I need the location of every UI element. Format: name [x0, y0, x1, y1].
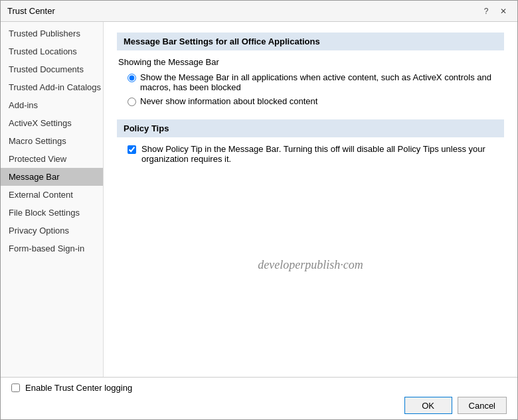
sidebar-item-trusted-locations[interactable]: Trusted Locations	[1, 42, 103, 60]
never-show-radio[interactable]	[128, 98, 136, 106]
never-show-label: Never show information about blocked con…	[140, 96, 317, 106]
help-button[interactable]: ?	[479, 4, 493, 19]
sidebar-item-macro-settings[interactable]: Macro Settings	[1, 132, 103, 150]
radio-item-never: Never show information about blocked con…	[128, 96, 504, 106]
cancel-button[interactable]: Cancel	[458, 397, 507, 414]
sidebar-item-activex-settings[interactable]: ActiveX Settings	[1, 114, 103, 132]
sidebar-item-external-content[interactable]: External Content	[1, 186, 103, 204]
dialog-title: Trust Center	[7, 6, 55, 16]
sidebar-item-trusted-publishers[interactable]: Trusted Publishers	[1, 25, 103, 42]
watermark: developerpublish·com	[117, 164, 504, 366]
sidebar-item-trusted-documents[interactable]: Trusted Documents	[1, 60, 103, 78]
footer: Enable Trust Center logging OK Cancel	[1, 377, 517, 419]
footer-buttons: OK Cancel	[11, 397, 507, 414]
policy-tip-label: Show Policy Tip in the Message Bar. Turn…	[141, 144, 504, 164]
sidebar-item-form-based-sign-in[interactable]: Form-based Sign-in	[1, 240, 103, 257]
close-button[interactable]: ✕	[496, 4, 511, 19]
showing-label: Showing the Message Bar	[117, 57, 504, 67]
logging-row: Enable Trust Center logging	[11, 383, 507, 393]
logging-label: Enable Trust Center logging	[25, 383, 132, 393]
sidebar-item-protected-view[interactable]: Protected View	[1, 150, 103, 168]
sidebar-item-file-block-settings[interactable]: File Block Settings	[1, 204, 103, 222]
policy-tips-header: Policy Tips	[117, 119, 504, 137]
trust-center-dialog: Trust Center ? ✕ Trusted PublishersTrust…	[0, 0, 518, 420]
radio-item-show: Show the Message Bar in all applications…	[128, 72, 504, 92]
sidebar-item-add-ins[interactable]: Add-ins	[1, 96, 103, 114]
policy-checkbox-item: Show Policy Tip in the Message Bar. Turn…	[117, 144, 504, 164]
logging-checkbox[interactable]	[11, 384, 20, 392]
show-message-bar-label: Show the Message Bar in all applications…	[140, 72, 504, 92]
dialog-body: Trusted PublishersTrusted LocationsTrust…	[1, 22, 517, 377]
sidebar-item-message-bar[interactable]: Message Bar	[1, 168, 103, 186]
title-bar: Trust Center ? ✕	[1, 1, 517, 22]
policy-tip-checkbox[interactable]	[128, 145, 136, 154]
sidebar: Trusted PublishersTrusted LocationsTrust…	[1, 22, 104, 377]
radio-group: Show the Message Bar in all applications…	[117, 72, 504, 106]
sidebar-item-privacy-options[interactable]: Privacy Options	[1, 222, 103, 240]
message-bar-section-header: Message Bar Settings for all Office Appl…	[117, 33, 504, 50]
title-bar-controls: ? ✕	[479, 4, 511, 19]
policy-section: Policy Tips Show Policy Tip in the Messa…	[117, 119, 504, 164]
ok-button[interactable]: OK	[404, 397, 452, 414]
show-message-bar-radio[interactable]	[128, 74, 136, 82]
sidebar-item-trusted-add-in-catalogs[interactable]: Trusted Add-in Catalogs	[1, 78, 103, 96]
content-area: Message Bar Settings for all Office Appl…	[104, 22, 517, 377]
